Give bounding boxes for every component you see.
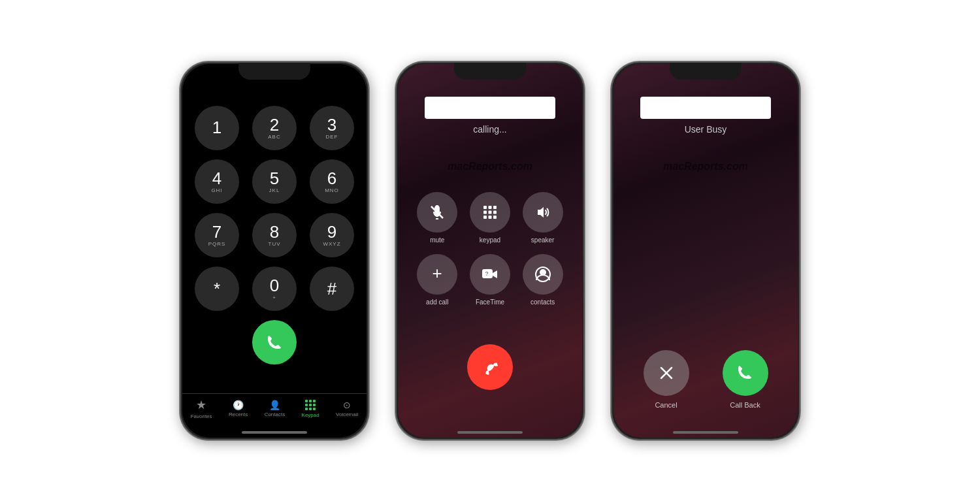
add-call-label: add call [426, 299, 448, 306]
busy-status: User Busy [685, 124, 727, 135]
key-1[interactable]: 1 [195, 106, 239, 150]
key-9[interactable]: 9 WXYZ [310, 213, 354, 257]
key-5[interactable]: 5 JKL [252, 159, 297, 204]
add-call-icon: + [429, 266, 446, 283]
add-call-button[interactable]: + add call [417, 254, 457, 306]
cancel-button[interactable]: Cancel [644, 350, 689, 409]
svg-rect-6 [305, 408, 308, 410]
phone3-content: User Busy macReports.com Cancel [613, 64, 798, 438]
key-3[interactable]: 3 DEF [310, 106, 354, 150]
phone1-screen: 1 2 ABC 3 DEF [182, 64, 367, 438]
svg-rect-10 [483, 206, 487, 209]
keypad-area: 1 2 ABC 3 DEF [195, 64, 354, 393]
busy-actions: Cancel Call Back [613, 350, 798, 409]
key-6[interactable]: 6 MNO [310, 159, 354, 204]
cancel-label: Cancel [655, 401, 677, 409]
keypad-row-2: 4 GHI 5 JKL 6 MNO [195, 159, 354, 204]
callback-button[interactable]: Call Back [723, 350, 768, 409]
svg-rect-18 [493, 216, 497, 219]
phone-icon [265, 333, 284, 351]
svg-rect-12 [493, 206, 497, 209]
tab-keypad[interactable]: Keypad [302, 399, 319, 418]
tab-bar: ★ Favorites 🕐 Recents 👤 Contacts [182, 393, 367, 428]
tab-favorites[interactable]: ★ Favorites [191, 398, 212, 419]
keypad-row-1: 1 2 ABC 3 DEF [195, 106, 354, 150]
home-indicator-3 [673, 431, 738, 434]
svg-rect-11 [488, 206, 491, 209]
svg-text:?: ? [485, 270, 488, 277]
cancel-icon [657, 364, 676, 382]
facetime-label: FaceTime [476, 299, 504, 306]
svg-rect-5 [313, 404, 316, 406]
phone1-frame: 1 2 ABC 3 DEF [180, 61, 369, 440]
end-call-button[interactable] [467, 344, 513, 390]
mute-icon [429, 204, 446, 221]
phone3-frame: User Busy macReports.com Cancel [611, 61, 800, 440]
key-0[interactable]: 0 + [252, 267, 297, 311]
svg-rect-3 [305, 404, 308, 406]
phones-container: 1 2 ABC 3 DEF [0, 0, 980, 501]
phone3-screen: User Busy macReports.com Cancel [613, 64, 798, 438]
busy-name-bar [640, 97, 771, 119]
svg-rect-15 [493, 210, 497, 214]
svg-rect-4 [309, 404, 312, 406]
controls-row-1: mute [411, 192, 569, 244]
svg-rect-14 [488, 210, 491, 214]
mute-button[interactable]: mute [417, 192, 457, 244]
svg-rect-1 [309, 400, 312, 402]
key-star[interactable]: * [195, 267, 239, 311]
facetime-button[interactable]: ? FaceTime [470, 254, 510, 306]
key-2[interactable]: 2 ABC [252, 106, 297, 150]
call-controls: mute [398, 192, 582, 306]
speaker-icon [534, 204, 551, 221]
svg-rect-0 [305, 400, 308, 402]
keypad-ctrl-label: keypad [480, 236, 500, 244]
svg-text:+: + [433, 266, 442, 283]
controls-row-2: + add call ? [411, 254, 569, 306]
keypad-icon [304, 399, 316, 411]
key-7[interactable]: 7 PQRS [195, 213, 239, 257]
contacts-icon [534, 266, 551, 283]
keypad-ctrl-icon [482, 204, 498, 220]
svg-rect-8 [313, 408, 316, 410]
mute-label: mute [430, 236, 444, 244]
phone2-screen: calling... macReports.com [398, 64, 582, 438]
home-indicator-2 [457, 431, 523, 434]
svg-rect-16 [483, 216, 487, 219]
tab-recents[interactable]: 🕐 Recents [229, 400, 248, 417]
contacts-button[interactable]: contacts [523, 254, 563, 306]
watermark-2: macReports.com [448, 161, 532, 172]
watermark-3: macReports.com [663, 161, 748, 172]
tab-contacts[interactable]: 👤 Contacts [265, 400, 286, 417]
contacts-label: contacts [531, 299, 555, 306]
svg-rect-2 [313, 400, 316, 402]
keypad-row-3: 7 PQRS 8 TUV 9 WXYZ [195, 213, 354, 257]
phone2-content: calling... macReports.com [398, 64, 582, 438]
key-hash[interactable]: # [310, 267, 354, 311]
phone1-content: 1 2 ABC 3 DEF [182, 64, 367, 438]
svg-rect-17 [488, 216, 491, 219]
svg-rect-7 [309, 408, 312, 410]
facetime-icon: ? [482, 267, 498, 282]
speaker-button[interactable]: speaker [523, 192, 563, 244]
home-indicator [242, 431, 307, 434]
caller-name-bar [425, 97, 555, 119]
call-button[interactable] [252, 320, 297, 364]
callback-label: Call Back [730, 401, 760, 409]
phone2-frame: calling... macReports.com [395, 61, 585, 440]
calling-status: calling... [473, 124, 506, 135]
tab-voicemail[interactable]: ⊙ Voicemail [336, 400, 358, 417]
key-8[interactable]: 8 TUV [252, 213, 297, 257]
end-call-area [467, 306, 513, 428]
keypad-button[interactable]: keypad [470, 192, 510, 244]
speaker-label: speaker [531, 236, 555, 244]
callback-icon [736, 363, 755, 383]
end-call-icon [480, 357, 500, 377]
svg-rect-13 [483, 210, 487, 214]
key-4[interactable]: 4 GHI [195, 159, 239, 204]
keypad-row-4: * 0 + # [195, 267, 354, 311]
